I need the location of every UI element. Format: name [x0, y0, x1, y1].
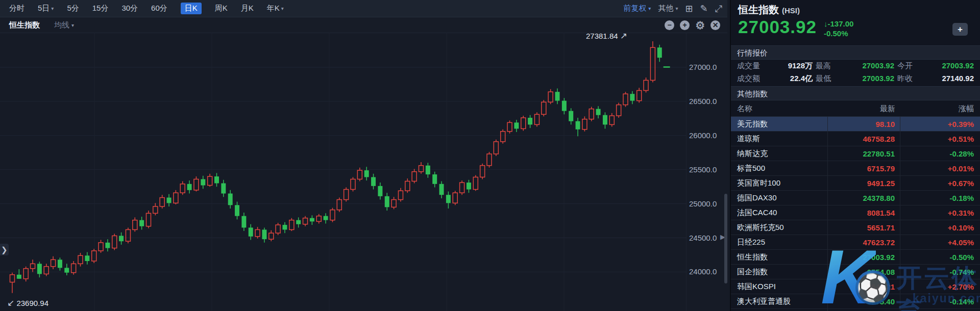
- section-other-indices: 其他指数: [731, 86, 980, 100]
- low-annotation: ↙ 23690.94: [7, 298, 48, 308]
- index-change-cell: +0.51%: [900, 132, 980, 146]
- period-tabs: 分时5日▾5分15分30分60分日K周K月K年K▾: [9, 3, 284, 14]
- index-change-cell: +2.70%: [900, 279, 980, 294]
- price-block: 27003.92 ↓-137.00 -0.50%: [738, 17, 853, 38]
- period-tab-label: 15分: [92, 4, 109, 13]
- other-dropdown[interactable]: 其他 ▾: [658, 4, 678, 13]
- adjust-mode-label: 前复权: [623, 4, 646, 13]
- quote-row: 成交量9128万最高27003.92今开27003.92: [731, 60, 980, 72]
- add-to-watchlist-button[interactable]: +: [952, 23, 968, 36]
- other-label: 其他: [658, 4, 673, 13]
- quote-value: 27140.92: [942, 74, 974, 84]
- index-last-cell: 6715.79: [828, 161, 900, 175]
- period-tab-label: 60分: [151, 4, 167, 13]
- table-row[interactable]: 国企指数9554.08-0.74%: [731, 264, 980, 279]
- index-code: (HSI): [782, 6, 800, 15]
- index-last-cell: 43258.11: [828, 309, 900, 311]
- table-row[interactable]: 澳大利亚普通股9275.40-0.14%: [731, 294, 980, 308]
- table-row[interactable]: 纳斯达克22780.51-0.28%: [731, 146, 980, 161]
- quote-pair: 昨收27140.92: [894, 74, 979, 84]
- candlestick-series: [0, 33, 687, 311]
- table-row[interactable]: 英国富时1009491.25+0.67%: [731, 175, 980, 190]
- ma-dropdown[interactable]: 均线 ▾: [54, 20, 74, 30]
- index-name-cell: 美元指数: [731, 117, 828, 131]
- quote-value: 27003.92: [862, 61, 894, 71]
- table-row[interactable]: 日经22547623.72+4.05%: [731, 235, 980, 249]
- index-name-cell: 韩国KOSPI: [731, 279, 828, 294]
- index-name-cell: 澳大利亚普通股: [731, 294, 828, 308]
- index-name-cell: 英国富时100: [731, 176, 828, 190]
- quote-pair: 最低27003.92: [813, 74, 894, 84]
- period-tab-30分[interactable]: 30分: [121, 4, 138, 13]
- quote-label: 最低: [816, 74, 831, 84]
- header-name: 名称: [731, 101, 828, 116]
- zoom-out-icon[interactable]: −: [665, 20, 674, 30]
- table-row[interactable]: 欧洲斯托克505651.71+0.10%: [731, 220, 980, 235]
- table-header-row: 名称最新涨幅: [731, 101, 980, 116]
- table-row[interactable]: 恒生指数27003.92-0.50%: [731, 249, 980, 264]
- chevron-down-icon: ▾: [51, 6, 54, 11]
- settings-gear-icon[interactable]: ⚙: [695, 20, 705, 30]
- y-axis-tick: 24500.0: [689, 234, 721, 242]
- adjust-mode-dropdown[interactable]: 前复权 ▾: [623, 4, 651, 13]
- table-row[interactable]: 法国CAC408081.54+0.31%: [731, 205, 980, 220]
- y-axis-tick: 27000.0: [689, 63, 721, 71]
- chart-symbol-label: 恒生指数: [9, 20, 40, 30]
- period-tab-日K[interactable]: 日K: [181, 3, 202, 14]
- index-change-cell: +0.01%: [900, 161, 980, 175]
- table-row[interactable]: 富时意大利MIB43258.11+0.43%: [731, 308, 980, 311]
- panel-title: 恒生指数(HSI): [738, 3, 800, 17]
- table-row[interactable]: 美元指数98.10+0.39%: [731, 116, 980, 131]
- price-change-percent: -0.50%: [824, 29, 853, 38]
- index-last-cell: 5651.71: [828, 220, 900, 235]
- period-tab-60分[interactable]: 60分: [151, 4, 167, 13]
- index-last-cell: 27003.92: [828, 250, 900, 264]
- table-row[interactable]: 标普5006715.79+0.01%: [731, 161, 980, 175]
- candlestick-chart-area[interactable]: 27000.026500.026000.025500.025000.024500…: [0, 33, 727, 311]
- index-last-cell: 46758.28: [828, 132, 900, 146]
- index-change-cell: +0.31%: [900, 205, 980, 220]
- index-name: 恒生指数: [738, 4, 779, 15]
- table-row[interactable]: 德国DAX3024378.80-0.18%: [731, 190, 980, 205]
- chevron-down-icon: ▾: [281, 6, 284, 11]
- expand-left-panel-handle[interactable]: ❯: [0, 244, 9, 255]
- index-last-cell: 47623.72: [828, 235, 900, 249]
- period-tab-分时[interactable]: 分时: [9, 4, 24, 13]
- period-tab-周K[interactable]: 周K: [215, 4, 228, 13]
- chevron-down-icon: ▾: [71, 22, 74, 28]
- index-change-cell: -0.14%: [900, 294, 980, 308]
- draw-tool-icon[interactable]: ✎: [700, 4, 708, 13]
- index-change-cell: -0.50%: [900, 250, 980, 264]
- period-tab-label: 5分: [67, 4, 79, 13]
- period-tab-月K[interactable]: 月K: [241, 4, 254, 13]
- y-axis-tick: 26000.0: [689, 131, 721, 140]
- stock-app-window: 分时5日▾5分15分30分60分日K周K月K年K▾ 前复权 ▾ 其他 ▾ ⊞ ✎…: [0, 0, 980, 311]
- quote-value: 27003.92: [862, 74, 894, 84]
- index-change-cell: -0.28%: [900, 146, 980, 161]
- period-tab-年K[interactable]: 年K▾: [267, 4, 284, 13]
- period-tab-15分[interactable]: 15分: [92, 4, 109, 13]
- period-tab-label: 30分: [121, 4, 138, 13]
- index-change-cell: +0.43%: [900, 309, 980, 311]
- change-block: ↓-137.00 -0.50%: [824, 19, 853, 38]
- fullscreen-icon[interactable]: ⤢: [715, 4, 722, 13]
- index-last-cell: 98.10: [828, 117, 900, 131]
- scrollbar-thumb[interactable]: [724, 194, 727, 283]
- period-tab-5日[interactable]: 5日▾: [38, 4, 54, 13]
- table-row[interactable]: 道琼斯46758.28+0.51%: [731, 131, 980, 146]
- index-change-cell: +0.10%: [900, 220, 980, 235]
- quote-pair: 最高27003.92: [813, 61, 894, 71]
- index-name-cell: 德国DAX30: [731, 191, 828, 205]
- chart-controls: − + ⚙ ✕: [665, 20, 720, 30]
- zoom-in-icon[interactable]: +: [680, 20, 690, 30]
- price-change: -137.00: [827, 19, 853, 28]
- close-chart-icon[interactable]: ✕: [710, 20, 720, 30]
- index-change-cell: +0.39%: [900, 117, 980, 131]
- layout-grid-icon[interactable]: ⊞: [685, 4, 693, 13]
- index-last-cell: 22780.51: [828, 146, 900, 161]
- index-name-cell: 日经225: [731, 235, 828, 249]
- period-tab-5分[interactable]: 5分: [67, 4, 79, 13]
- chevron-down-icon: ▾: [648, 6, 651, 11]
- table-row[interactable]: 韩国KOSPI3549.21+2.70%: [731, 279, 980, 294]
- last-price: 27003.92: [738, 17, 817, 37]
